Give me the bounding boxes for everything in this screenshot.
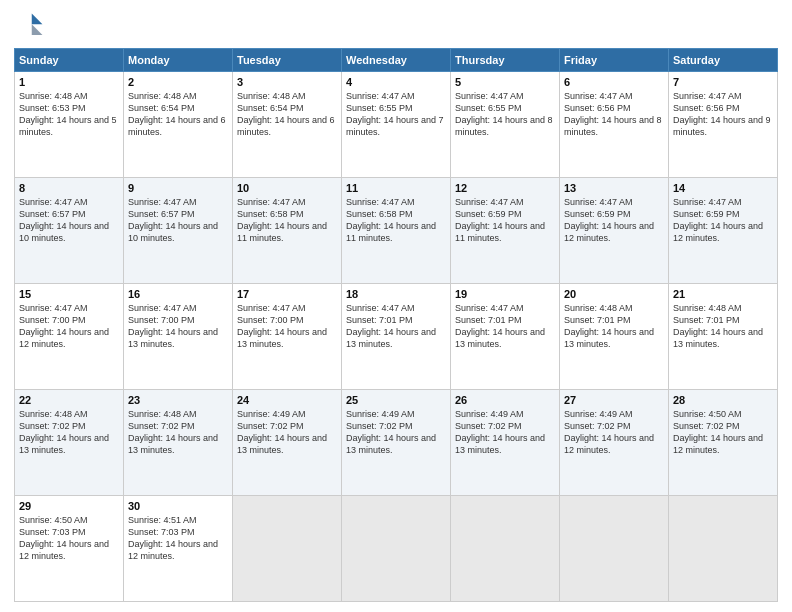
calendar-cell: 15Sunrise: 4:47 AMSunset: 7:00 PMDayligh… bbox=[15, 284, 124, 390]
calendar-cell: 25Sunrise: 4:49 AMSunset: 7:02 PMDayligh… bbox=[342, 390, 451, 496]
calendar-cell: 30Sunrise: 4:51 AMSunset: 7:03 PMDayligh… bbox=[124, 496, 233, 602]
day-number: 24 bbox=[237, 394, 337, 406]
calendar-cell: 11Sunrise: 4:47 AMSunset: 6:58 PMDayligh… bbox=[342, 178, 451, 284]
day-info: Sunrise: 4:50 AMSunset: 7:02 PMDaylight:… bbox=[673, 409, 763, 455]
calendar-cell: 3Sunrise: 4:48 AMSunset: 6:54 PMDaylight… bbox=[233, 72, 342, 178]
day-number: 11 bbox=[346, 182, 446, 194]
calendar-cell: 5Sunrise: 4:47 AMSunset: 6:55 PMDaylight… bbox=[451, 72, 560, 178]
day-info: Sunrise: 4:47 AMSunset: 6:57 PMDaylight:… bbox=[19, 197, 109, 243]
calendar-cell: 24Sunrise: 4:49 AMSunset: 7:02 PMDayligh… bbox=[233, 390, 342, 496]
day-info: Sunrise: 4:47 AMSunset: 6:57 PMDaylight:… bbox=[128, 197, 218, 243]
day-info: Sunrise: 4:47 AMSunset: 7:01 PMDaylight:… bbox=[346, 303, 436, 349]
calendar-cell: 18Sunrise: 4:47 AMSunset: 7:01 PMDayligh… bbox=[342, 284, 451, 390]
day-number: 22 bbox=[19, 394, 119, 406]
day-info: Sunrise: 4:47 AMSunset: 6:55 PMDaylight:… bbox=[455, 91, 553, 137]
calendar-cell bbox=[342, 496, 451, 602]
logo-icon bbox=[14, 10, 46, 42]
day-info: Sunrise: 4:47 AMSunset: 6:58 PMDaylight:… bbox=[346, 197, 436, 243]
header bbox=[14, 10, 778, 42]
day-info: Sunrise: 4:47 AMSunset: 6:58 PMDaylight:… bbox=[237, 197, 327, 243]
calendar-cell: 1Sunrise: 4:48 AMSunset: 6:53 PMDaylight… bbox=[15, 72, 124, 178]
calendar-cell: 4Sunrise: 4:47 AMSunset: 6:55 PMDaylight… bbox=[342, 72, 451, 178]
day-info: Sunrise: 4:48 AMSunset: 7:02 PMDaylight:… bbox=[128, 409, 218, 455]
day-number: 19 bbox=[455, 288, 555, 300]
calendar-cell bbox=[669, 496, 778, 602]
calendar-header-sunday: Sunday bbox=[15, 49, 124, 72]
svg-marker-1 bbox=[32, 24, 43, 35]
calendar-cell: 17Sunrise: 4:47 AMSunset: 7:00 PMDayligh… bbox=[233, 284, 342, 390]
logo bbox=[14, 10, 50, 42]
day-number: 7 bbox=[673, 76, 773, 88]
day-number: 8 bbox=[19, 182, 119, 194]
day-info: Sunrise: 4:49 AMSunset: 7:02 PMDaylight:… bbox=[455, 409, 545, 455]
day-number: 26 bbox=[455, 394, 555, 406]
day-info: Sunrise: 4:47 AMSunset: 6:55 PMDaylight:… bbox=[346, 91, 444, 137]
calendar-cell: 8Sunrise: 4:47 AMSunset: 6:57 PMDaylight… bbox=[15, 178, 124, 284]
calendar-row: 22Sunrise: 4:48 AMSunset: 7:02 PMDayligh… bbox=[15, 390, 778, 496]
day-info: Sunrise: 4:47 AMSunset: 6:56 PMDaylight:… bbox=[564, 91, 662, 137]
svg-rect-2 bbox=[18, 14, 32, 35]
day-number: 10 bbox=[237, 182, 337, 194]
calendar-cell: 21Sunrise: 4:48 AMSunset: 7:01 PMDayligh… bbox=[669, 284, 778, 390]
calendar-cell: 26Sunrise: 4:49 AMSunset: 7:02 PMDayligh… bbox=[451, 390, 560, 496]
calendar-cell bbox=[233, 496, 342, 602]
calendar-header-friday: Friday bbox=[560, 49, 669, 72]
calendar-table: SundayMondayTuesdayWednesdayThursdayFrid… bbox=[14, 48, 778, 602]
day-number: 23 bbox=[128, 394, 228, 406]
day-number: 21 bbox=[673, 288, 773, 300]
calendar-row: 29Sunrise: 4:50 AMSunset: 7:03 PMDayligh… bbox=[15, 496, 778, 602]
day-number: 9 bbox=[128, 182, 228, 194]
day-info: Sunrise: 4:47 AMSunset: 7:01 PMDaylight:… bbox=[455, 303, 545, 349]
calendar-cell: 12Sunrise: 4:47 AMSunset: 6:59 PMDayligh… bbox=[451, 178, 560, 284]
calendar-cell bbox=[560, 496, 669, 602]
day-number: 30 bbox=[128, 500, 228, 512]
day-info: Sunrise: 4:48 AMSunset: 7:02 PMDaylight:… bbox=[19, 409, 109, 455]
day-number: 18 bbox=[346, 288, 446, 300]
calendar-header-wednesday: Wednesday bbox=[342, 49, 451, 72]
day-info: Sunrise: 4:47 AMSunset: 6:59 PMDaylight:… bbox=[564, 197, 654, 243]
day-number: 27 bbox=[564, 394, 664, 406]
calendar-row: 1Sunrise: 4:48 AMSunset: 6:53 PMDaylight… bbox=[15, 72, 778, 178]
day-number: 14 bbox=[673, 182, 773, 194]
page: SundayMondayTuesdayWednesdayThursdayFrid… bbox=[0, 0, 792, 612]
calendar-header-row: SundayMondayTuesdayWednesdayThursdayFrid… bbox=[15, 49, 778, 72]
calendar-cell: 6Sunrise: 4:47 AMSunset: 6:56 PMDaylight… bbox=[560, 72, 669, 178]
day-number: 17 bbox=[237, 288, 337, 300]
calendar-cell: 16Sunrise: 4:47 AMSunset: 7:00 PMDayligh… bbox=[124, 284, 233, 390]
calendar-cell: 22Sunrise: 4:48 AMSunset: 7:02 PMDayligh… bbox=[15, 390, 124, 496]
day-number: 1 bbox=[19, 76, 119, 88]
calendar-header-thursday: Thursday bbox=[451, 49, 560, 72]
calendar-cell: 14Sunrise: 4:47 AMSunset: 6:59 PMDayligh… bbox=[669, 178, 778, 284]
day-number: 6 bbox=[564, 76, 664, 88]
day-number: 15 bbox=[19, 288, 119, 300]
day-info: Sunrise: 4:47 AMSunset: 6:59 PMDaylight:… bbox=[673, 197, 763, 243]
day-info: Sunrise: 4:48 AMSunset: 7:01 PMDaylight:… bbox=[673, 303, 763, 349]
day-info: Sunrise: 4:47 AMSunset: 6:56 PMDaylight:… bbox=[673, 91, 771, 137]
calendar-row: 15Sunrise: 4:47 AMSunset: 7:00 PMDayligh… bbox=[15, 284, 778, 390]
calendar-row: 8Sunrise: 4:47 AMSunset: 6:57 PMDaylight… bbox=[15, 178, 778, 284]
day-info: Sunrise: 4:48 AMSunset: 6:53 PMDaylight:… bbox=[19, 91, 117, 137]
calendar-cell: 28Sunrise: 4:50 AMSunset: 7:02 PMDayligh… bbox=[669, 390, 778, 496]
calendar-header-monday: Monday bbox=[124, 49, 233, 72]
calendar-header-tuesday: Tuesday bbox=[233, 49, 342, 72]
day-number: 13 bbox=[564, 182, 664, 194]
day-info: Sunrise: 4:47 AMSunset: 7:00 PMDaylight:… bbox=[237, 303, 327, 349]
day-info: Sunrise: 4:50 AMSunset: 7:03 PMDaylight:… bbox=[19, 515, 109, 561]
day-number: 4 bbox=[346, 76, 446, 88]
day-info: Sunrise: 4:51 AMSunset: 7:03 PMDaylight:… bbox=[128, 515, 218, 561]
day-number: 3 bbox=[237, 76, 337, 88]
day-number: 2 bbox=[128, 76, 228, 88]
calendar-header-saturday: Saturday bbox=[669, 49, 778, 72]
day-info: Sunrise: 4:48 AMSunset: 6:54 PMDaylight:… bbox=[237, 91, 335, 137]
day-info: Sunrise: 4:49 AMSunset: 7:02 PMDaylight:… bbox=[564, 409, 654, 455]
day-number: 25 bbox=[346, 394, 446, 406]
day-info: Sunrise: 4:47 AMSunset: 6:59 PMDaylight:… bbox=[455, 197, 545, 243]
svg-marker-0 bbox=[32, 14, 43, 25]
day-number: 5 bbox=[455, 76, 555, 88]
day-info: Sunrise: 4:49 AMSunset: 7:02 PMDaylight:… bbox=[346, 409, 436, 455]
calendar-cell: 19Sunrise: 4:47 AMSunset: 7:01 PMDayligh… bbox=[451, 284, 560, 390]
day-number: 29 bbox=[19, 500, 119, 512]
day-info: Sunrise: 4:48 AMSunset: 6:54 PMDaylight:… bbox=[128, 91, 226, 137]
calendar-cell: 29Sunrise: 4:50 AMSunset: 7:03 PMDayligh… bbox=[15, 496, 124, 602]
day-info: Sunrise: 4:49 AMSunset: 7:02 PMDaylight:… bbox=[237, 409, 327, 455]
